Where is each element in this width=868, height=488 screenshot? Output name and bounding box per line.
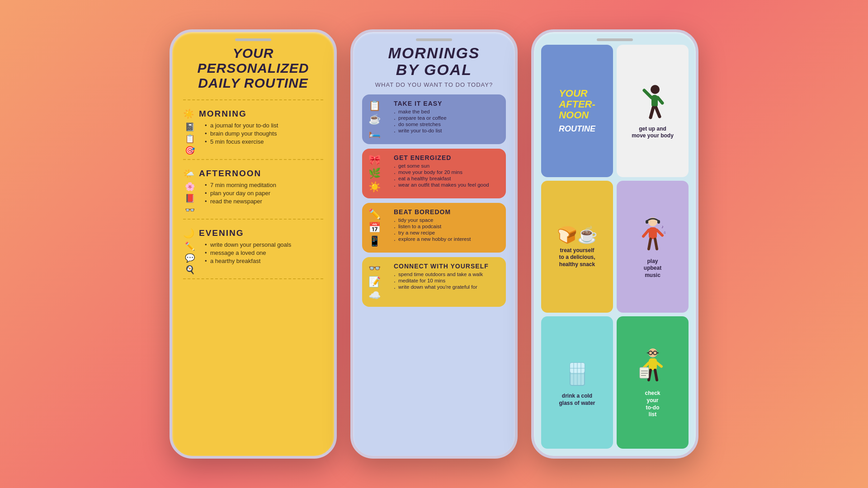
- cell-snack: 🍞☕ treat yourself to a delicious, health…: [541, 181, 613, 313]
- morning-icon: ☀️: [183, 108, 195, 119]
- phone1-title: YOUR PERSONALIZED DAILY ROUTINE: [183, 46, 323, 90]
- afternoon-list: 7 min morning meditation plan your day o…: [200, 182, 276, 213]
- svg-rect-7: [649, 227, 657, 239]
- svg-line-11: [655, 239, 657, 249]
- evening-icon: 🌙: [183, 228, 195, 239]
- move-body-illustration: [637, 82, 669, 123]
- afternoon-icon: 🌤️: [183, 168, 195, 179]
- title-card-text: YOURAFTER-NOON: [555, 84, 599, 125]
- afternoon-grid: YOURAFTER-NOON ROUTINE get up and: [541, 45, 689, 449]
- phone-afternoon-routine: YOURAFTER-NOON ROUTINE get up and: [531, 29, 698, 459]
- svg-text:♪: ♪: [661, 224, 664, 229]
- svg-rect-29: [649, 358, 657, 370]
- phone2-subtitle: WHAT DO YOU WANT TO DO TODAY?: [362, 81, 506, 88]
- goal-icons-easy: 📋☕🛏️: [368, 100, 388, 139]
- water-illustration: [564, 358, 591, 390]
- goal-list-boredom: tidy your space listen to a podcaist try…: [394, 217, 500, 242]
- cell-title: YOURAFTER-NOON ROUTINE: [541, 45, 613, 177]
- goal-icons-boredom: ✏️📅📱: [368, 208, 388, 247]
- phone2-title: MORNINGS BY GOAL: [362, 45, 506, 79]
- goal-take-it-easy: 📋☕🛏️ TAKE IT EASY make the bed prepare t…: [362, 94, 506, 144]
- evening-icons: ✏️💬🍳: [183, 241, 197, 275]
- goal-icons-connect: 👓📝☁️: [368, 263, 388, 301]
- cell-todo: check your to-do list: [617, 316, 689, 449]
- cell-music: ♪ ♫ play upbeat music: [617, 181, 689, 313]
- goal-icons-energized: 🎀🌿☀️: [368, 154, 388, 193]
- goal-list-connect: spend time outdoors and take a walk medi…: [394, 272, 500, 290]
- morning-list: a journal for your to-do list brain dump…: [200, 122, 278, 154]
- svg-line-8: [643, 230, 649, 236]
- todo-label: check your to-do list: [645, 390, 660, 418]
- water-label: drink a cold glass of water: [559, 393, 595, 407]
- svg-rect-12: [646, 220, 648, 224]
- svg-rect-34: [640, 367, 649, 378]
- svg-line-3: [658, 98, 662, 103]
- svg-rect-13: [657, 220, 660, 224]
- evening-list: write down your personal goals message a…: [200, 241, 291, 273]
- phone-daily-routine: YOUR PERSONALIZED DAILY ROUTINE ☀️ MORNI…: [170, 29, 337, 459]
- svg-line-2: [644, 90, 651, 98]
- title-card-sub: ROUTINE: [555, 124, 599, 137]
- morning-header: ☀️ MORNING: [183, 108, 323, 119]
- goal-get-energized: 🎀🌿☀️ GET ENERGIZED get some sun move you…: [362, 149, 506, 198]
- svg-line-9: [657, 230, 662, 235]
- svg-text:♫: ♫: [663, 230, 666, 235]
- afternoon-header: 🌤️ AFTERNOON: [183, 168, 323, 179]
- snack-emoji: 🍞☕: [557, 225, 598, 244]
- svg-line-5: [656, 108, 660, 117]
- morning-icons: 📓📋🎯: [183, 122, 197, 155]
- music-illustration: ♪ ♫: [637, 215, 669, 255]
- svg-line-31: [657, 363, 661, 366]
- music-label: play upbeat music: [644, 258, 661, 279]
- goal-list-energized: get some sun move your body for 20 mins …: [394, 163, 500, 188]
- snack-label: treat yourself to a delicious, healthy s…: [559, 247, 595, 268]
- goal-connect-yourself: 👓📝☁️ CONNECT WITH YOURSELF spend time ou…: [362, 257, 506, 307]
- svg-line-32: [649, 370, 651, 380]
- cell-water: drink a cold glass of water: [541, 316, 613, 449]
- goal-beat-boredom: ✏️📅📱 BEAT BOREDOM tidy your space listen…: [362, 203, 506, 253]
- svg-line-33: [655, 370, 657, 380]
- svg-line-10: [649, 239, 651, 249]
- todo-illustration: [637, 347, 669, 387]
- afternoon-icons: 🌸📕👓: [183, 182, 197, 215]
- phone-mornings-by-goal: MORNINGS BY GOAL WHAT DO YOU WANT TO DO …: [350, 29, 518, 459]
- move-body-label: get up and move your body: [632, 126, 674, 140]
- goal-list-easy: make the bed prepare tea or coffee do so…: [394, 109, 500, 133]
- cell-move-body: get up and move your body: [617, 45, 689, 177]
- evening-header: 🌙 EVENING: [183, 228, 323, 239]
- svg-line-4: [651, 108, 653, 117]
- svg-point-0: [651, 85, 660, 94]
